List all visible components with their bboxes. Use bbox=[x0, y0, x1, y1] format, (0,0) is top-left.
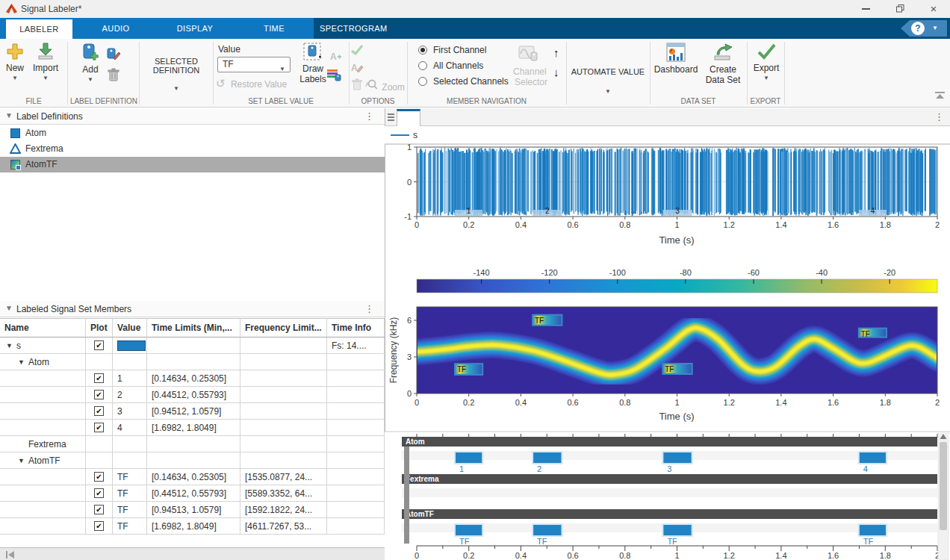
table-row[interactable]: ✔TF[0.44512, 0.55793][5589.3352, 64... bbox=[0, 485, 385, 502]
frequency-limits-cell bbox=[240, 452, 327, 469]
tree-expand-icon[interactable]: ▼ bbox=[18, 457, 28, 464]
definition-item-atom[interactable]: Atom bbox=[0, 125, 385, 141]
next-member-button[interactable]: ↓ bbox=[553, 66, 559, 78]
tree-expand-icon[interactable]: ▼ bbox=[18, 358, 28, 366]
plot-panel-menu-icon[interactable]: ⋮ bbox=[934, 111, 944, 122]
track-label-bar[interactable] bbox=[455, 524, 482, 536]
new-button[interactable]: New ▼ bbox=[1, 43, 28, 81]
delete-definition-button[interactable] bbox=[107, 67, 120, 84]
track-label-bar[interactable] bbox=[533, 452, 562, 464]
spectrogram-ylabel: Frequency (kHz) bbox=[388, 317, 399, 384]
plot-cell: ✔ bbox=[86, 469, 113, 485]
signal-x-tick: 0.4 bbox=[515, 220, 527, 229]
restore-panel-icon[interactable] bbox=[6, 551, 15, 559]
tab-list-icon[interactable] bbox=[388, 112, 394, 121]
spectrogram-y-tick: 3 bbox=[407, 352, 412, 361]
track-header[interactable] bbox=[402, 437, 937, 447]
plot-checkbox[interactable]: ✔ bbox=[94, 340, 104, 350]
table-row[interactable]: ✔4[1.6982, 1.8049] bbox=[0, 420, 385, 436]
plot-checkbox[interactable]: ✔ bbox=[94, 373, 104, 383]
automate-value-dropdown[interactable]: AUTOMATE VALUE ▼ bbox=[569, 67, 647, 95]
edit-definition-button[interactable] bbox=[106, 46, 121, 63]
tree-expand-icon[interactable]: ▼ bbox=[6, 342, 16, 349]
track-scroll-handle[interactable] bbox=[404, 447, 409, 544]
column-header-2[interactable]: Value bbox=[113, 318, 147, 337]
selected-channels-radio[interactable] bbox=[418, 77, 427, 86]
table-row[interactable]: ▼Atom bbox=[0, 354, 385, 370]
merge-labels-button[interactable] bbox=[327, 69, 341, 84]
collapse-label-definitions-icon[interactable]: ▼ bbox=[5, 111, 13, 119]
plot-checkbox[interactable]: ✔ bbox=[94, 472, 104, 482]
spectrogram-plot[interactable]: TFTFTFTF00.20.40.60.811.21.41.61.82036 bbox=[407, 307, 940, 407]
restore-button[interactable] bbox=[887, 0, 913, 18]
previous-member-button[interactable]: ↑ bbox=[553, 46, 559, 59]
column-header-3[interactable]: Time Limits (Min,... bbox=[147, 318, 240, 337]
tab-labeler[interactable]: LABELER bbox=[6, 19, 72, 39]
collapse-members-icon[interactable]: ▼ bbox=[5, 304, 13, 312]
table-row[interactable]: ▼AtomTF bbox=[0, 452, 385, 469]
close-button[interactable]: × bbox=[921, 0, 946, 18]
zoom-labels-button[interactable]: A Zoom bbox=[365, 78, 405, 93]
track-label-bar[interactable] bbox=[662, 524, 692, 536]
table-row[interactable]: ✔2[0.44512, 0.55793] bbox=[0, 387, 385, 403]
member-name-cell: ▼AtomTF bbox=[0, 452, 86, 469]
all-channels-radio[interactable] bbox=[418, 61, 427, 70]
help-button[interactable]: ? ▼ bbox=[901, 20, 947, 37]
table-row[interactable]: ✔TF[0.14634, 0.25305][1535.0877, 24... bbox=[0, 469, 385, 485]
track-label-bar[interactable] bbox=[533, 524, 562, 536]
table-row[interactable]: ✔TF[1.6982, 1.8049][4611.7267, 53... bbox=[0, 518, 385, 535]
column-header-5[interactable]: Time Info bbox=[327, 318, 385, 337]
selected-definition-dropdown[interactable]: SELECTED DEFINITION ▼ bbox=[142, 57, 211, 92]
frequency-limits-cell bbox=[240, 436, 327, 452]
plot-checkbox[interactable]: ✔ bbox=[94, 488, 104, 498]
label-tracks-panel[interactable]: Atom1234FextremaAtomTFTFTFTFTF00.20.40.6… bbox=[385, 432, 950, 560]
plot-checkbox[interactable]: ✔ bbox=[94, 423, 104, 432]
track-label-bar[interactable] bbox=[859, 452, 887, 464]
tab-spectrogram[interactable]: SPECTROGRAM bbox=[320, 18, 387, 39]
delete-label-button[interactable] bbox=[351, 78, 363, 93]
toolstrip-tabs: LABELER AUDIO DISPLAY TIME SPECTROGRAM ?… bbox=[0, 18, 950, 39]
tab-time[interactable]: TIME bbox=[252, 18, 296, 39]
table-row[interactable]: Fextrema bbox=[0, 436, 385, 452]
track-label-bar[interactable] bbox=[859, 524, 887, 536]
track-label-bar[interactable] bbox=[455, 452, 482, 464]
export-button[interactable]: Export ▼ bbox=[750, 43, 783, 81]
table-row[interactable]: ✔1[0.14634, 0.25305] bbox=[0, 370, 385, 387]
column-header-0[interactable]: Name bbox=[0, 318, 86, 337]
table-row[interactable]: ▼s✔Fs: 14.... bbox=[0, 337, 385, 354]
add-definition-button[interactable]: Add ▼ bbox=[76, 43, 105, 83]
dashboard-button[interactable]: Dashboard bbox=[653, 43, 699, 75]
members-menu-icon[interactable]: ⋮ bbox=[364, 303, 374, 314]
definition-item-fextrema[interactable]: Fextrema bbox=[0, 141, 385, 157]
value-combobox[interactable]: TF ▼ bbox=[217, 57, 291, 72]
table-row[interactable]: ✔3[0.94512, 1.0579] bbox=[0, 403, 385, 420]
plot-checkbox[interactable]: ✔ bbox=[94, 521, 104, 531]
plot-tab[interactable] bbox=[397, 109, 420, 126]
minimize-button[interactable] bbox=[853, 0, 878, 18]
create-data-set-button[interactable]: Create Data Set bbox=[701, 43, 745, 85]
table-row[interactable]: ✔TF[0.94513, 1.0579][1592.1822, 24... bbox=[0, 502, 385, 518]
plot-checkbox[interactable]: ✔ bbox=[94, 505, 104, 514]
first-channel-radio[interactable] bbox=[418, 46, 427, 55]
tracks-scrollbar-thumb[interactable] bbox=[940, 442, 947, 530]
track-header[interactable] bbox=[402, 509, 937, 519]
collapse-ribbon-button[interactable] bbox=[935, 91, 945, 102]
plot-checkbox[interactable]: ✔ bbox=[94, 406, 104, 416]
column-header-4[interactable]: Frequency Limit... bbox=[240, 318, 327, 337]
channel-selector-button[interactable] bbox=[518, 45, 539, 65]
label-definitions-menu-icon[interactable]: ⋮ bbox=[364, 111, 374, 122]
track-header[interactable] bbox=[402, 474, 937, 484]
restore-value-button[interactable]: ↺ Restore Value bbox=[216, 77, 287, 90]
plot-checkbox[interactable]: ✔ bbox=[94, 390, 104, 399]
tab-audio[interactable]: AUDIO bbox=[90, 18, 142, 39]
edit-label-button[interactable]: A bbox=[350, 61, 363, 75]
definition-item-atomtf[interactable]: AtomTF bbox=[0, 157, 385, 172]
draw-labels-button[interactable]: Draw Labels bbox=[297, 43, 329, 84]
import-button[interactable]: Import ▼ bbox=[30, 43, 61, 81]
track-label-bar[interactable] bbox=[662, 452, 692, 464]
signal-plot[interactable]: 123400.20.40.60.811.21.41.61.82-101 bbox=[404, 143, 940, 229]
column-header-1[interactable]: Plot bbox=[86, 318, 113, 337]
add-label-instance-button[interactable]: A bbox=[329, 51, 342, 65]
tab-display[interactable]: DISPLAY bbox=[169, 18, 221, 39]
accept-button[interactable] bbox=[351, 45, 364, 57]
